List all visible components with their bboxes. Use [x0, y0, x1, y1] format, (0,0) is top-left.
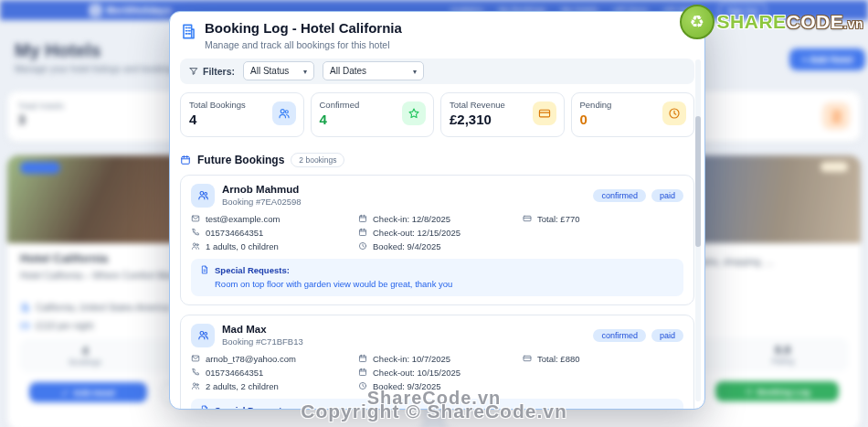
future-bookings-section-header: Future Bookings 2 bookings	[180, 153, 694, 167]
calendar-icon	[358, 228, 367, 237]
app-root: MeritHolidays Analytics My Bookings My H…	[0, 0, 868, 427]
booking-total: Total: £770	[537, 214, 579, 224]
booking-card: Arnob Mahmud Booking #7EA02598 confirmed…	[180, 175, 694, 305]
booking-total: Total: £880	[537, 354, 579, 364]
users-icon	[191, 381, 200, 390]
users-icon	[197, 329, 209, 341]
section-title: Future Bookings	[197, 154, 284, 166]
calendar-icon	[180, 155, 191, 165]
guest-avatar	[191, 184, 215, 208]
calendar-icon	[358, 354, 367, 363]
credit-card-icon	[523, 354, 532, 363]
status-badge: confirmed	[593, 329, 646, 342]
calendar-icon	[358, 368, 367, 377]
credit-card-icon	[523, 214, 532, 223]
phone-icon	[191, 228, 200, 237]
status-filter-value: All Status	[250, 66, 289, 76]
modal-header: Booking Log - Hotel California Manage an…	[180, 21, 694, 50]
document-icon	[200, 265, 209, 274]
payment-badge: paid	[651, 329, 683, 342]
guest-avatar	[191, 324, 215, 347]
special-requests-label: Special Requests:	[215, 405, 290, 411]
users-icon	[272, 101, 296, 125]
modal-subtitle: Manage and track all bookings for this h…	[205, 39, 402, 50]
special-requests-label: Special Requests:	[215, 265, 290, 275]
status-badge: confirmed	[593, 189, 646, 202]
mail-icon	[191, 214, 200, 223]
clock-icon	[662, 101, 686, 125]
bookings-count-badge: 2 bookings	[291, 153, 344, 167]
booking-card: Mad Max Booking #C71BFB13 confirmed paid…	[180, 315, 694, 411]
booked-date: Booked: 9/4/2025	[373, 241, 440, 251]
guest-name: Arnob Mahmud	[222, 184, 302, 196]
users-icon	[197, 189, 209, 201]
booking-log-modal: × Booking Log - Hotel California Manage …	[169, 11, 705, 410]
filters-label: Filters:	[203, 66, 235, 77]
stat-pending: Pending 0	[571, 92, 695, 137]
document-icon	[200, 405, 209, 410]
clock-icon	[358, 381, 367, 390]
scrollbar-thumb[interactable]	[695, 116, 701, 247]
clock-icon	[358, 241, 367, 251]
watermark-share-text: SHARE	[717, 11, 787, 32]
checkin-date: Check-in: 12/8/2025	[373, 214, 450, 224]
recycle-logo-icon: ♻	[680, 5, 715, 39]
filters-bar: Filters: All Status All Dates	[180, 59, 694, 84]
booked-date: Booked: 9/3/2025	[373, 381, 440, 391]
payment-badge: paid	[651, 189, 683, 202]
special-requests-box: Special Requests: Room on top floor with…	[191, 259, 683, 296]
modal-stats-row: Total Bookings 4 Confirmed 4 Total Reven…	[180, 92, 694, 137]
status-filter-select[interactable]: All Status	[243, 61, 314, 80]
stat-total-revenue: Total Revenue £2,310	[440, 92, 565, 137]
guest-email: test@example.com	[206, 214, 280, 224]
chevron-down-icon	[303, 66, 307, 76]
dates-filter-select[interactable]: All Dates	[323, 61, 424, 80]
guest-email: arnob_t78@yahoo.com	[206, 354, 296, 364]
booking-details-grid: arnob_t78@yahoo.com Check-in: 10/7/2025 …	[191, 354, 683, 391]
stat-total-bookings: Total Bookings 4	[180, 92, 304, 137]
funnel-icon	[189, 67, 198, 76]
stat-confirmed: Confirmed 4	[311, 92, 435, 137]
dates-filter-value: All Dates	[330, 66, 366, 76]
checkout-date: Check-out: 10/15/2025	[373, 368, 460, 378]
chevron-down-icon	[413, 66, 417, 76]
guest-count: 2 adults, 2 children	[206, 381, 279, 391]
modal-title: Booking Log - Hotel California	[205, 21, 402, 37]
guest-phone: 015734664351	[206, 368, 263, 378]
users-icon	[191, 241, 200, 251]
filters-label-group: Filters:	[189, 66, 235, 77]
mail-icon	[191, 354, 200, 363]
guest-phone: 015734664351	[206, 228, 263, 238]
booking-id: Booking #C71BFB13	[222, 336, 303, 347]
sharecode-watermark-logo: ♻ SHARECODE.vn	[680, 5, 863, 39]
watermark-vn-text: .vn	[843, 16, 863, 31]
credit-card-icon	[533, 101, 556, 125]
booking-id: Booking #7EA02598	[222, 197, 302, 207]
checkin-date: Check-in: 10/7/2025	[373, 354, 450, 364]
guest-name: Mad Max	[222, 324, 303, 336]
star-icon	[402, 101, 426, 125]
watermark-code-text: CODE	[787, 11, 844, 32]
modal-scrollbar[interactable]	[695, 59, 701, 401]
calendar-icon	[358, 214, 367, 223]
booking-details-grid: test@example.com Check-in: 12/8/2025 Tot…	[191, 214, 683, 251]
building-icon	[180, 23, 197, 40]
special-requests-box: Special Requests:	[191, 399, 683, 411]
checkout-date: Check-out: 12/15/2025	[373, 228, 460, 238]
phone-icon	[191, 368, 200, 377]
guest-count: 1 adults, 0 children	[206, 241, 279, 251]
special-requests-text: Room on top floor with garden view would…	[215, 279, 674, 289]
